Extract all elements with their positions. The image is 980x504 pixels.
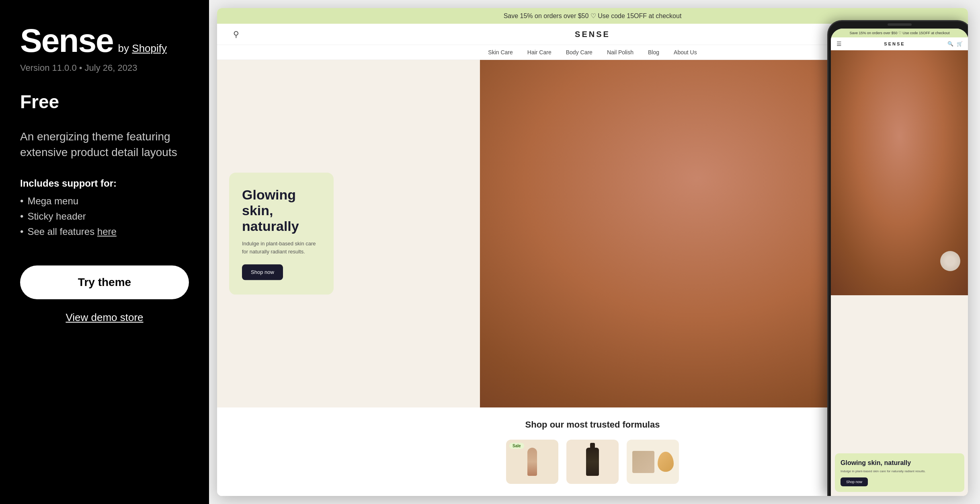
desktop-preview: Save 15% on orders over $50 ♡ Use code 1… bbox=[217, 8, 968, 496]
shopify-link[interactable]: Shopify bbox=[132, 42, 167, 54]
product-drop-icon bbox=[658, 452, 674, 472]
feature-item-2: Sticky header bbox=[20, 211, 189, 222]
left-panel: Sense by Shopify Version 11.0.0 • July 2… bbox=[0, 0, 209, 504]
features-list: Mega menu Sticky header See all features… bbox=[20, 195, 189, 241]
view-demo-link[interactable]: View demo store bbox=[20, 311, 189, 324]
announcement-text: Save 15% on orders over $50 ♡ Use code 1… bbox=[504, 12, 682, 19]
product-tube-icon bbox=[527, 448, 537, 476]
mobile-hero-image bbox=[831, 50, 968, 295]
product-card-3[interactable] bbox=[627, 440, 679, 484]
nav-blog[interactable]: Blog bbox=[648, 49, 659, 56]
version-info: Version 11.0.0 • July 26, 2023 bbox=[20, 63, 189, 73]
nav-about-us[interactable]: About Us bbox=[674, 49, 697, 56]
mobile-shop-now-button[interactable]: Shop now bbox=[841, 477, 868, 486]
mobile-hero-subtitle: Indulge in plant-based skin care for nat… bbox=[841, 469, 959, 473]
mobile-header-icons: 🔍 🛒 bbox=[947, 41, 963, 47]
product-box-icon bbox=[632, 451, 654, 473]
hero-title: Glowing skin, naturally bbox=[242, 187, 321, 234]
right-panel: Save 15% on orders over $50 ♡ Use code 1… bbox=[209, 0, 980, 504]
product-card-1[interactable]: Sale bbox=[506, 440, 558, 484]
by-label: by Shopify bbox=[118, 42, 167, 55]
feature-item-1: Mega menu bbox=[20, 195, 189, 207]
nav-body-care[interactable]: Body Care bbox=[566, 49, 593, 56]
hero-subtitle: Indulge in plant-based skin care for nat… bbox=[242, 240, 321, 256]
features-link[interactable]: here bbox=[97, 226, 117, 237]
mobile-preview: Save 15% on orders over $50 ♡ Use code 1… bbox=[827, 20, 968, 496]
nav-skin-care[interactable]: Skin Care bbox=[488, 49, 513, 56]
mobile-hero-title: Glowing skin, naturally bbox=[841, 459, 959, 467]
product-card-2[interactable] bbox=[566, 440, 619, 484]
nav-nail-polish[interactable]: Nail Polish bbox=[607, 49, 634, 56]
try-theme-button[interactable]: Try theme bbox=[20, 265, 189, 299]
price-label: Free bbox=[20, 91, 189, 113]
mobile-announcement-text: Save 15% on orders over $50 ♡ Use code 1… bbox=[849, 31, 949, 35]
description: An energizing theme featuring extensive … bbox=[20, 129, 189, 160]
includes-label: Includes support for: bbox=[20, 178, 189, 189]
mobile-announcement: Save 15% on orders over $50 ♡ Use code 1… bbox=[831, 29, 968, 37]
theme-name: Sense bbox=[20, 24, 113, 57]
mobile-header: ☰ SENSE 🔍 🛒 bbox=[831, 37, 968, 50]
hero-shop-now-button[interactable]: Shop now bbox=[242, 265, 283, 280]
nav-hair-care[interactable]: Hair Care bbox=[527, 49, 552, 56]
hero-card: Glowing skin, naturally Indulge in plant… bbox=[229, 173, 334, 294]
mobile-screen: Save 15% on orders over $50 ♡ Use code 1… bbox=[831, 29, 968, 496]
store-logo: SENSE bbox=[575, 30, 610, 39]
mobile-hero-card: Glowing skin, naturally Indulge in plant… bbox=[835, 453, 964, 492]
mobile-search-icon[interactable]: 🔍 bbox=[947, 41, 953, 47]
mobile-cart-icon[interactable]: 🛒 bbox=[957, 41, 963, 47]
sale-badge: Sale bbox=[509, 443, 524, 449]
product-bottle-icon bbox=[586, 448, 599, 476]
search-icon[interactable]: ⚲ bbox=[233, 29, 239, 39]
mobile-hero: Glowing skin, naturally Indulge in plant… bbox=[831, 50, 968, 496]
mobile-logo: SENSE bbox=[884, 41, 905, 46]
feature-item-3: See all features here bbox=[20, 226, 189, 237]
header-left: ⚲ bbox=[233, 29, 239, 39]
mobile-menu-icon[interactable]: ☰ bbox=[836, 41, 842, 47]
